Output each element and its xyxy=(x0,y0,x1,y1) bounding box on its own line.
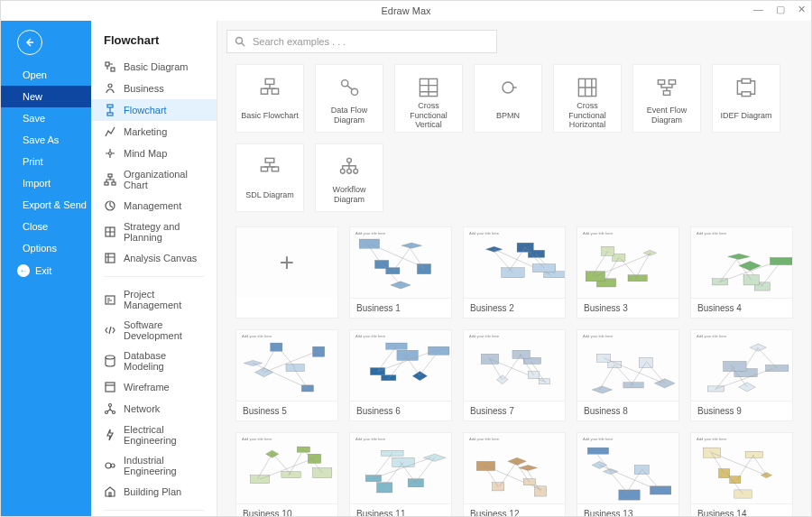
category-item-software-development[interactable]: Software Development xyxy=(91,315,217,346)
template-business-13[interactable]: Add your title hereBusiness 13 xyxy=(577,432,679,516)
diagram-type-icon xyxy=(571,74,604,101)
type-label: Cross Functional Horizontal xyxy=(558,106,617,125)
wireframe-icon xyxy=(104,381,116,393)
type-card-sdl-diagram[interactable]: SDL Diagram xyxy=(235,143,304,212)
category-item-industrial-engineering[interactable]: Industrial Engineering xyxy=(91,450,217,481)
sidebar-item-open[interactable]: Open xyxy=(1,64,91,86)
category-item-mind-map[interactable]: Mind Map xyxy=(91,143,217,164)
category-item-analysis-canvas[interactable]: Analysis Canvas xyxy=(91,247,217,269)
template-label: Business 9 xyxy=(691,401,792,420)
category-item-label: Wireframe xyxy=(124,382,170,392)
template-business-2[interactable]: Add your title hereBusiness 2 xyxy=(463,226,566,319)
template-business-3[interactable]: Add your title hereBusiness 3 xyxy=(577,226,679,319)
svg-rect-174 xyxy=(313,467,332,477)
sidebar-item-import[interactable]: Import xyxy=(1,172,91,194)
basic-icon xyxy=(104,60,116,73)
svg-rect-64 xyxy=(374,260,388,268)
divider xyxy=(104,510,204,511)
category-item-marketing[interactable]: Marketing xyxy=(91,121,217,143)
maximize-button[interactable]: ▢ xyxy=(776,4,785,15)
diagram-type-icon xyxy=(254,74,286,101)
svg-rect-165 xyxy=(308,454,320,463)
svg-text:Add your title here: Add your title here xyxy=(583,437,614,441)
sidebar-item-new[interactable]: New xyxy=(1,86,91,107)
svg-rect-50 xyxy=(261,167,267,171)
type-label: Event Flow Diagram xyxy=(637,106,697,125)
category-item-network[interactable]: Network xyxy=(91,398,217,420)
search-input[interactable]: Search examples . . . xyxy=(226,30,497,53)
svg-text:Add your title here: Add your title here xyxy=(242,437,272,441)
svg-rect-172 xyxy=(297,447,309,452)
svg-text:Add your title here: Add your title here xyxy=(583,334,614,338)
category-item-organizational-chart[interactable]: Organizational Chart xyxy=(91,164,217,195)
type-card-event-flow-diagram[interactable]: Event Flow Diagram xyxy=(632,64,701,133)
template-blank[interactable]: + xyxy=(235,226,338,319)
category-item-label: Basic Diagram xyxy=(124,61,189,72)
svg-rect-138 xyxy=(528,372,539,379)
type-card-bpmn[interactable]: BPMN xyxy=(474,64,542,133)
category-item-label: Strategy and Planning xyxy=(124,221,208,243)
category-item-database-modeling[interactable]: Database Modeling xyxy=(91,346,217,376)
svg-text:Add your title here: Add your title here xyxy=(583,231,614,235)
template-business-1[interactable]: Add your title hereBusiness 1 xyxy=(349,226,452,319)
sidebar-item-print[interactable]: Print xyxy=(1,151,91,172)
svg-line-143 xyxy=(599,365,614,390)
type-card-workflow-diagram[interactable]: Workflow Diagram xyxy=(315,143,383,212)
template-business-14[interactable]: Add your title hereBusiness 14 xyxy=(690,432,793,516)
svg-line-199 xyxy=(515,461,530,482)
category-item-wireframe[interactable]: Wireframe xyxy=(91,376,217,398)
category-item-strategy-and-planning[interactable]: Strategy and Planning xyxy=(91,217,217,247)
svg-rect-206 xyxy=(634,465,649,474)
template-label: Business 5 xyxy=(236,401,337,420)
svg-point-18 xyxy=(106,463,111,468)
type-card-cross-functional-vertical[interactable]: Cross Functional Vertical xyxy=(394,64,463,133)
template-business-8[interactable]: Add your title hereBusiness 8 xyxy=(577,329,679,421)
type-card-idef-diagram[interactable]: IDEF Diagram xyxy=(712,64,780,133)
sidebar-item-close[interactable]: Close xyxy=(1,216,91,237)
type-card-data-flow-diagram[interactable]: Data Flow Diagram xyxy=(315,64,383,133)
back-button[interactable] xyxy=(17,30,42,55)
template-business-12[interactable]: Add your title hereBusiness 12 xyxy=(463,432,566,516)
minimize-button[interactable]: — xyxy=(753,4,763,15)
close-button[interactable]: ✕ xyxy=(798,4,806,15)
sidebar-item-options[interactable]: Options xyxy=(1,237,91,259)
svg-rect-144 xyxy=(623,383,643,388)
category-item-business[interactable]: Business xyxy=(91,78,217,99)
template-business-11[interactable]: Add your title hereBusiness 11 xyxy=(349,432,452,516)
svg-rect-118 xyxy=(397,350,418,360)
category-item-electrical-engineering[interactable]: Electrical Engineering xyxy=(91,420,217,450)
template-business-10[interactable]: Add your title hereBusiness 10 xyxy=(235,432,338,516)
template-thumbnail: Add your title here xyxy=(577,227,678,298)
type-card-cross-functional-horizontal[interactable]: Cross Functional Horizontal xyxy=(553,64,622,133)
category-item-basic-diagram[interactable]: Basic Diagram xyxy=(91,56,217,78)
title-bar: Edraw Max — ▢ ✕ xyxy=(1,1,811,21)
sidebar-item-exit[interactable]: ← Exit xyxy=(1,259,91,282)
svg-point-54 xyxy=(347,169,352,173)
template-thumbnail: Add your title here xyxy=(464,330,565,401)
template-business-4[interactable]: Add your title hereBusiness 4 xyxy=(690,226,793,319)
category-item-building-plan[interactable]: Building Plan xyxy=(91,481,217,503)
plus-icon: + xyxy=(236,227,337,298)
svg-point-13 xyxy=(106,355,115,359)
template-label: Business 14 xyxy=(691,503,792,516)
sidebar-item-export-send[interactable]: Export & Send xyxy=(1,194,91,216)
type-card-basic-flowchart[interactable]: Basic Flowchart xyxy=(235,64,304,133)
template-business-5[interactable]: Add your title hereBusiness 5 xyxy=(235,329,338,421)
template-thumbnail: Add your title here xyxy=(236,330,337,401)
svg-rect-1 xyxy=(111,68,115,71)
category-item-management[interactable]: Management xyxy=(91,195,217,217)
svg-point-15 xyxy=(109,404,112,407)
template-business-9[interactable]: Add your title hereBusiness 9 xyxy=(690,329,793,421)
org-icon xyxy=(104,173,116,186)
template-label: Business 12 xyxy=(464,503,565,516)
template-thumbnail: Add your title here xyxy=(464,433,565,503)
category-item-project-management[interactable]: Project Management xyxy=(91,284,217,315)
template-business-7[interactable]: Add your title hereBusiness 7 xyxy=(463,329,566,421)
svg-rect-78 xyxy=(532,264,555,272)
category-item-flowchart[interactable]: Flowchart xyxy=(91,99,217,121)
sidebar-item-save-as[interactable]: Save As xyxy=(1,129,91,151)
type-label: Basic Flowchart xyxy=(241,106,299,125)
sidebar-item-save[interactable]: Save xyxy=(1,107,91,129)
svg-marker-93 xyxy=(739,261,761,270)
template-business-6[interactable]: Add your title hereBusiness 6 xyxy=(349,329,452,421)
